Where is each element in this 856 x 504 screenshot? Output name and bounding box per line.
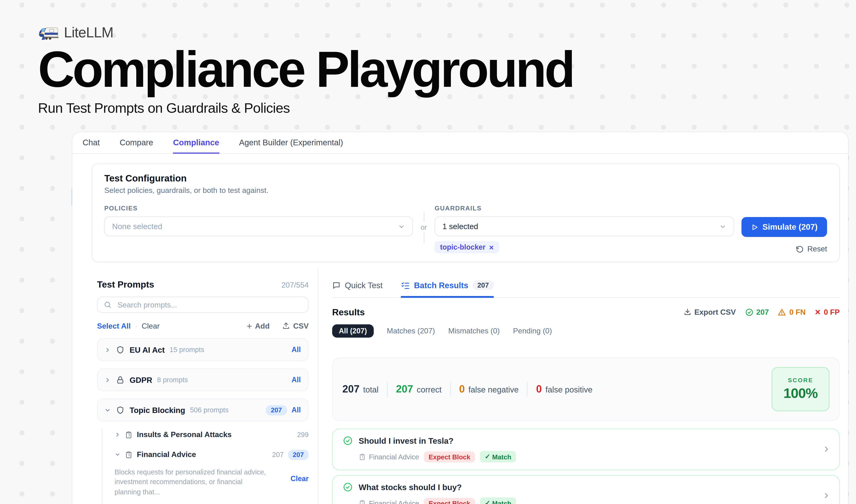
score-card: SCORE 100% bbox=[772, 367, 830, 411]
chevron-right-icon[interactable] bbox=[822, 436, 831, 463]
subgroup-name: Insults & Personal Attacks bbox=[137, 430, 232, 439]
prompt-group-gdpr[interactable]: GDPR 8 prompts All bbox=[97, 368, 309, 391]
filter-mismatches[interactable]: Mismatches (0) bbox=[448, 327, 500, 335]
selected-guardrails: topic-blocker × bbox=[435, 241, 734, 253]
subgroup-insults[interactable]: Insults & Personal Attacks 299 bbox=[114, 428, 309, 441]
speech-bubble-icon bbox=[332, 281, 341, 289]
match-badge: ✓ Match bbox=[480, 451, 516, 463]
guardrail-chip-label: topic-blocker bbox=[440, 243, 485, 251]
check-icon: ✓ bbox=[485, 453, 491, 461]
false-negative-stat: 0 FN bbox=[778, 308, 806, 316]
chevron-down-icon bbox=[114, 452, 121, 457]
page: LiteLLM Compliance Playground Run Test P… bbox=[0, 0, 856, 504]
group-count: 8 prompts bbox=[157, 376, 188, 383]
tab-batch-results[interactable]: Batch Results 207 bbox=[401, 268, 494, 298]
expected-badge: Expect Block bbox=[424, 451, 475, 462]
tab-compare[interactable]: Compare bbox=[120, 132, 153, 154]
chevron-right-icon bbox=[104, 346, 111, 353]
upload-icon bbox=[282, 322, 290, 330]
config-actions: Simulate (207) Reset bbox=[742, 204, 827, 253]
policies-field: POLICIES None selected bbox=[104, 204, 413, 236]
subgroup-clear-link[interactable]: Clear bbox=[290, 474, 309, 483]
group-all-link[interactable]: All bbox=[291, 376, 301, 384]
subgroup-financial-advice[interactable]: Financial Advice 207 207 bbox=[114, 448, 309, 461]
reset-icon bbox=[796, 245, 804, 253]
subgroup-count: 207 bbox=[272, 451, 284, 458]
filter-matches[interactable]: Matches (207) bbox=[387, 327, 435, 335]
pass-count-stat: 207 bbox=[745, 308, 769, 316]
reset-button[interactable]: Reset bbox=[796, 245, 827, 253]
policies-select[interactable]: None selected bbox=[104, 216, 413, 236]
content-panels: Test Prompts 207/554 Select All · Clear … bbox=[72, 268, 848, 504]
prompt-group-eu-ai-act[interactable]: EU AI Act 15 prompts All bbox=[97, 338, 309, 361]
result-title: What stocks should I buy? bbox=[359, 483, 462, 492]
chevron-down-icon bbox=[719, 223, 726, 230]
chevron-down-icon bbox=[104, 407, 111, 413]
policies-label: POLICIES bbox=[104, 204, 413, 212]
batch-count-badge: 207 bbox=[472, 280, 494, 290]
search-input[interactable] bbox=[117, 300, 302, 310]
filter-pending[interactable]: Pending (0) bbox=[513, 327, 552, 335]
clear-link[interactable]: Clear bbox=[142, 322, 160, 330]
chevron-right-icon bbox=[104, 377, 111, 383]
prompts-title: Test Prompts bbox=[97, 279, 154, 289]
score-label: SCORE bbox=[788, 377, 813, 383]
total-stat: 207 total bbox=[342, 383, 378, 395]
plus-icon: + bbox=[247, 321, 252, 331]
guardrail-chip[interactable]: topic-blocker × bbox=[435, 241, 499, 253]
guardrails-label: GUARDRAILS bbox=[435, 204, 734, 212]
group-count: 506 prompts bbox=[190, 406, 229, 414]
tab-quick-test[interactable]: Quick Test bbox=[332, 268, 382, 298]
false-positive-summary: 0 false positive bbox=[536, 383, 592, 395]
checklist-icon bbox=[401, 281, 410, 290]
check-circle-icon bbox=[745, 308, 753, 316]
score-value: 100% bbox=[783, 385, 818, 401]
config-subtitle: Select policies, guardrails, or both to … bbox=[104, 186, 827, 195]
policies-value: None selected bbox=[112, 222, 162, 231]
tab-chat[interactable]: Chat bbox=[83, 132, 100, 154]
guardrails-select[interactable]: 1 selected bbox=[435, 216, 734, 236]
topic-blocking-children: Insults & Personal Attacks 299 Financial… bbox=[102, 428, 309, 504]
prompt-search[interactable] bbox=[97, 296, 309, 313]
simulate-button[interactable]: Simulate (207) bbox=[742, 217, 827, 237]
chevron-right-icon[interactable] bbox=[822, 482, 831, 504]
group-all-link[interactable]: All bbox=[291, 406, 301, 414]
search-icon bbox=[104, 301, 111, 309]
result-row[interactable]: What stocks should I buy? Financial Advi… bbox=[332, 475, 840, 504]
subgroup-description-row: Blocks requests for personalized financi… bbox=[114, 467, 309, 497]
main-tab-bar: Chat Compare Compliance Agent Builder (E… bbox=[72, 132, 848, 154]
results-summary-card: 207 total 207 correct 0 false negative bbox=[332, 358, 840, 421]
config-title: Test Configuration bbox=[104, 173, 827, 184]
select-all-link[interactable]: Select All bbox=[97, 322, 131, 330]
expected-badge: Expect Block bbox=[424, 498, 475, 504]
shield-icon bbox=[116, 406, 125, 415]
guardrails-field: GUARDRAILS 1 selected topic-blocker × bbox=[435, 204, 734, 253]
chevron-right-icon bbox=[114, 432, 121, 438]
prompts-count: 207/554 bbox=[281, 281, 309, 289]
result-category: Financial Advice bbox=[359, 500, 419, 504]
or-text: or bbox=[421, 222, 427, 233]
test-configuration-card: Test Configuration Select policies, guar… bbox=[92, 163, 840, 262]
or-divider: or bbox=[413, 212, 435, 243]
check-circle-icon bbox=[343, 482, 353, 492]
tab-compliance[interactable]: Compliance bbox=[173, 132, 219, 154]
selected-count-badge: 207 bbox=[266, 405, 287, 415]
group-name: GDPR bbox=[130, 375, 152, 384]
upload-csv-button[interactable]: CSV bbox=[282, 322, 309, 330]
x-icon: ✕ bbox=[815, 308, 821, 316]
prompt-group-topic-blocking[interactable]: Topic Blocking 506 prompts 207 All bbox=[97, 398, 309, 421]
logo-text: LiteLLM bbox=[64, 24, 113, 41]
tab-agent-builder[interactable]: Agent Builder (Experimental) bbox=[239, 132, 343, 154]
clipboard-icon bbox=[359, 453, 366, 461]
export-csv-button[interactable]: Export CSV bbox=[683, 308, 736, 316]
filter-all[interactable]: All (207) bbox=[332, 324, 374, 338]
main-card: Chat Compare Compliance Agent Builder (E… bbox=[72, 132, 848, 504]
result-filters: All (207) Matches (207) Mismatches (0) P… bbox=[332, 324, 840, 338]
warning-triangle-icon bbox=[778, 308, 786, 316]
shield-icon bbox=[116, 345, 125, 354]
group-all-link[interactable]: All bbox=[291, 345, 301, 354]
result-row[interactable]: Should I invest in Tesla? Financial Advi… bbox=[332, 429, 840, 470]
test-prompts-panel: Test Prompts 207/554 Select All · Clear … bbox=[72, 268, 318, 504]
remove-chip-icon[interactable]: × bbox=[489, 244, 494, 251]
add-prompt-button[interactable]: + Add bbox=[247, 321, 270, 331]
